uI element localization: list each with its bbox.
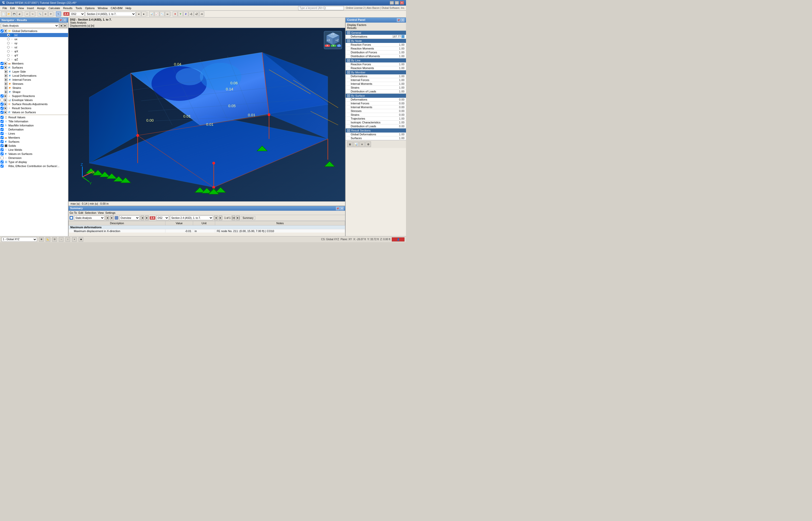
tree-item-title-information[interactable]: ℹ Title Information bbox=[0, 119, 68, 123]
tree-item-surfaces[interactable]: ▼ ◩ Surfaces bbox=[0, 66, 68, 70]
expand-result-sections[interactable]: ► bbox=[4, 107, 7, 110]
tb-prev[interactable]: ◄ bbox=[136, 12, 141, 17]
tb-next[interactable]: ► bbox=[141, 12, 146, 17]
expand-strains[interactable]: ► bbox=[5, 86, 8, 89]
check-surfaces[interactable] bbox=[1, 66, 4, 69]
summary-view[interactable]: View bbox=[98, 211, 104, 214]
cp-collapse-by-node[interactable]: − bbox=[347, 39, 350, 42]
cp-section-general[interactable]: − General bbox=[345, 31, 406, 35]
cp-header-buttons[interactable]: 📌 ✕ bbox=[397, 18, 404, 22]
nav-pin-button[interactable]: 📌 bbox=[59, 18, 63, 22]
tb-print[interactable]: 🖨 bbox=[17, 12, 22, 17]
cp-pin-button[interactable]: 📌 bbox=[397, 18, 400, 22]
close-button[interactable]: ✕ bbox=[400, 1, 404, 5]
expand-envelope-values[interactable]: ► bbox=[4, 98, 7, 101]
minimize-button[interactable]: — bbox=[390, 1, 394, 5]
expand-local-def[interactable]: ► bbox=[5, 74, 8, 77]
status-btn6[interactable]: ⌖ bbox=[72, 237, 77, 242]
tree-item-global-deformations[interactable]: ▼ 📁 Global Deformations bbox=[0, 29, 68, 33]
tb-xyz-z[interactable]: Z bbox=[183, 12, 188, 17]
coord-system-combo[interactable]: 1 - Global XYZ bbox=[2, 237, 37, 242]
cp-btn-chart[interactable]: 📊 bbox=[353, 141, 359, 147]
nav-next-button[interactable]: ► bbox=[64, 23, 67, 28]
tb-xyz-3[interactable]: JS bbox=[199, 12, 204, 17]
tree-item-surface-results-adj[interactable]: ► ⊞ Surface Results Adjustments bbox=[0, 102, 68, 106]
check-ribs[interactable] bbox=[1, 164, 4, 167]
cp-collapse-by-member[interactable]: − bbox=[347, 71, 350, 74]
menu-calculate[interactable]: Calculate bbox=[47, 6, 62, 10]
check-result-values[interactable] bbox=[1, 116, 4, 119]
tree-item-uz[interactable]: ○ uz bbox=[0, 45, 68, 49]
check-line-welds[interactable] bbox=[1, 148, 4, 151]
radio-ux[interactable] bbox=[7, 38, 10, 40]
summary-overview-combo[interactable]: Overview bbox=[119, 216, 140, 220]
tb-new[interactable]: 📄 bbox=[1, 12, 6, 17]
tb-xyz-y[interactable]: Y bbox=[178, 12, 183, 17]
expand-internal-forces[interactable]: ► bbox=[5, 78, 8, 81]
expand-global-deformations[interactable]: ▼ bbox=[4, 29, 7, 32]
cp-collapse-result-sections[interactable]: − bbox=[347, 129, 350, 132]
summary-pin-button[interactable]: 📌 bbox=[336, 207, 339, 210]
summary-analysis-combo[interactable]: Static Analysis bbox=[74, 216, 104, 220]
tree-item-phiy[interactable]: ○ φY bbox=[0, 53, 68, 58]
tree-item-envelope-values[interactable]: ► 📊 Envelope Values bbox=[0, 98, 68, 102]
summary-close-button[interactable]: ✕ bbox=[340, 207, 343, 210]
radio-phiy[interactable] bbox=[7, 54, 10, 56]
menu-tools[interactable]: Tools bbox=[74, 6, 83, 10]
ds-combo[interactable]: DS2 bbox=[70, 12, 85, 16]
tree-item-stresses[interactable]: ► ◩ Stresses bbox=[0, 82, 68, 86]
tree-item-support-reactions[interactable]: ► ⊥ Support Reactions bbox=[0, 94, 68, 98]
tree-item-shape[interactable]: ► ◩ Shape bbox=[0, 90, 68, 94]
nav-close-button[interactable]: ✕ bbox=[63, 18, 67, 22]
tree-item-internal-forces[interactable]: ► ◩ Internal Forces bbox=[0, 78, 68, 82]
cp-close-button[interactable]: ✕ bbox=[401, 18, 404, 22]
cp-value-deformations-general[interactable]: 187.77 bbox=[391, 35, 404, 38]
search-input[interactable] bbox=[298, 6, 344, 10]
summary-first[interactable]: |◄ bbox=[232, 216, 235, 220]
menu-options[interactable]: Options bbox=[83, 6, 96, 10]
section-combo[interactable]: Section 2.4 (ASD), 1. to 7. bbox=[85, 12, 136, 16]
tree-item-strains[interactable]: ► ◩ Strains bbox=[0, 86, 68, 90]
check-members-2[interactable] bbox=[1, 136, 4, 139]
summary-prev[interactable]: ◄ bbox=[105, 216, 109, 220]
tb-redo[interactable]: ↪ bbox=[30, 12, 35, 17]
check-values-2[interactable] bbox=[1, 152, 4, 155]
radio-uy[interactable] bbox=[7, 42, 10, 44]
summary-section-combo[interactable]: Section 2.4 (ASD), 1. to 7. bbox=[170, 216, 213, 220]
menu-edit[interactable]: Edit bbox=[9, 6, 17, 10]
check-values-on-surfaces[interactable] bbox=[1, 111, 4, 114]
radio-phix[interactable] bbox=[7, 50, 10, 52]
viewport-canvas[interactable]: 0.04 0.00 0.06 0.14 0.01 0.05 0.01 0.01 … bbox=[69, 28, 345, 201]
status-btn7[interactable]: ◉ bbox=[79, 237, 83, 242]
summary-sheet-tab[interactable]: Summary bbox=[241, 216, 255, 220]
window-controls[interactable]: — □ ✕ bbox=[390, 1, 404, 5]
tree-item-phix[interactable]: ○ φX bbox=[0, 49, 68, 53]
menu-view[interactable]: View bbox=[17, 6, 26, 10]
check-global-deformations[interactable] bbox=[1, 29, 4, 32]
check-title-information[interactable] bbox=[1, 120, 4, 123]
radio-uz[interactable] bbox=[7, 46, 10, 48]
tb-xyz-2[interactable]: x2 bbox=[194, 12, 199, 17]
expand-shape[interactable]: ► bbox=[5, 90, 8, 93]
cp-section-by-node[interactable]: − By Node bbox=[345, 39, 406, 43]
cp-collapse-general[interactable]: − bbox=[347, 31, 350, 34]
cp-btn-table[interactable]: ⊞ bbox=[347, 141, 353, 147]
summary-settings[interactable]: Settings bbox=[105, 211, 116, 214]
view-cube[interactable]: +Y +X +Z X Y Z bbox=[323, 30, 343, 50]
tree-item-layer-side[interactable]: ► ◩ Layer Side bbox=[0, 70, 68, 74]
summary-selection[interactable]: Selection bbox=[85, 211, 96, 214]
tree-item-deformation[interactable]: ⌒ Deformation bbox=[0, 128, 68, 132]
menu-cad-bim[interactable]: CAD-BIM bbox=[109, 6, 124, 10]
tb-results-view1[interactable]: 📊 bbox=[149, 12, 154, 17]
check-support-reactions[interactable] bbox=[1, 94, 4, 97]
tree-item-phiz[interactable]: ○ φZ bbox=[0, 58, 68, 62]
radio-u-abs[interactable] bbox=[7, 34, 10, 36]
cp-section-by-line[interactable]: − By Line bbox=[345, 59, 406, 63]
tree-item-u-abs[interactable]: 🔵 |u| bbox=[0, 33, 68, 37]
expand-members[interactable]: ► bbox=[4, 62, 7, 65]
tree-item-solids[interactable]: ⬛ Solids bbox=[0, 144, 68, 148]
radio-phiz[interactable] bbox=[7, 58, 10, 61]
navigator-header-buttons[interactable]: 📌 ✕ bbox=[59, 18, 67, 22]
status-btn5[interactable]: ↕ bbox=[66, 237, 70, 242]
tb-zoom-in[interactable]: 🔍 bbox=[38, 12, 43, 17]
